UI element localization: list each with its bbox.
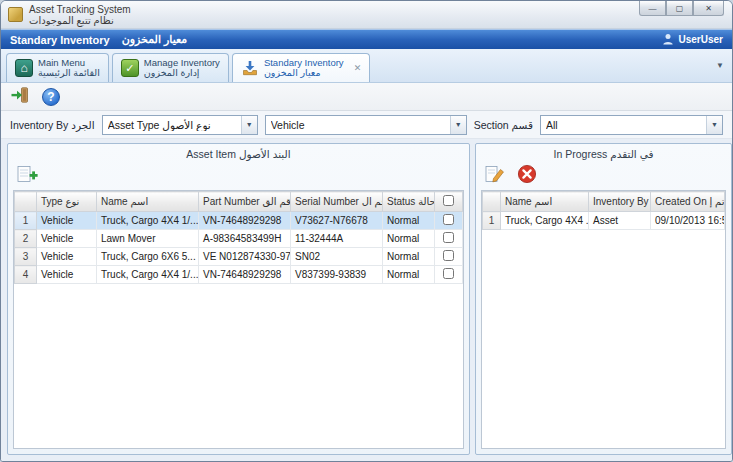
tab-manage-inventory[interactable]: ✓ Manage Inventory إدارة المخزون <box>112 53 229 82</box>
cell-status[interactable]: Normal <box>383 212 435 230</box>
tab-close-icon[interactable]: ✕ <box>354 63 362 74</box>
tab-standary-inventory-label-ar: معيار المخزون <box>264 68 344 79</box>
cell-checkbox[interactable] <box>435 266 463 284</box>
help-icon: ? <box>42 88 60 106</box>
cell-part-number[interactable]: VE N012874330-9722 <box>199 248 291 266</box>
cell-created-on[interactable]: 09/10/2013 16:55 <box>651 212 725 230</box>
col-part-number[interactable]: Part Number رقم الق... <box>199 192 291 212</box>
dropdown-arrow-icon[interactable]: ▼ <box>450 116 466 134</box>
asset-panel-title: Asset Item البند الأصول <box>13 146 464 162</box>
add-asset-button[interactable] <box>13 163 41 187</box>
select-all-checkbox[interactable] <box>443 195 454 206</box>
cell-name[interactable]: Truck, Cargo 6X6 5... <box>97 248 199 266</box>
row-checkbox[interactable] <box>443 232 454 243</box>
cell-part-number[interactable]: VN-74648929298 <box>199 266 291 284</box>
cell-checkbox[interactable] <box>435 248 463 266</box>
section-combo[interactable]: All ▼ <box>540 115 723 135</box>
window-title-en: Asset Tracking System <box>29 4 131 15</box>
row-number[interactable]: 1 <box>15 212 37 230</box>
app-icon <box>8 7 23 22</box>
inventory-by-label: Inventory By الجرد <box>10 119 95 131</box>
row-number[interactable]: 4 <box>15 266 37 284</box>
cell-type[interactable]: Vehicle <box>37 230 97 248</box>
filter-bar: Inventory By الجرد Asset Type نوع الأصول… <box>1 111 732 139</box>
exit-button[interactable] <box>8 85 32 109</box>
col-serial-number[interactable]: Serial Number رقم ال... <box>291 192 383 212</box>
rownum-header <box>483 192 501 212</box>
asset-table-row[interactable]: 4VehicleTruck, Cargo 4X4 1/...VN-7464892… <box>15 266 463 284</box>
row-number[interactable]: 3 <box>15 248 37 266</box>
cell-part-number[interactable]: VN-74648929298 <box>199 212 291 230</box>
close-button[interactable]: ✕ <box>693 1 724 16</box>
col-created-on[interactable]: Created On تم إ... <box>651 192 725 212</box>
cell-serial-number[interactable]: V837399-93839 <box>291 266 383 284</box>
asset-item-panel: Asset Item البند الأصول <box>7 143 470 455</box>
help-button[interactable]: ? <box>39 85 63 109</box>
content-area: Asset Item البند الأصول <box>1 139 732 461</box>
user-name: UserUser <box>679 34 723 45</box>
module-header: Standary Inventory معيار المخزون UserUse… <box>1 29 732 49</box>
asset-type-value: Vehicle <box>271 119 446 131</box>
cell-name[interactable]: Truck, Cargo 4X4 ... <box>501 212 589 230</box>
user-box[interactable]: UserUser <box>662 33 723 47</box>
cell-name[interactable]: Lawn Mover <box>97 230 199 248</box>
maximize-button[interactable]: ▢ <box>666 1 693 16</box>
edit-button[interactable] <box>481 163 509 187</box>
cell-name[interactable]: Truck, Cargo 4X4 1/... <box>97 266 199 284</box>
import-icon <box>241 59 259 77</box>
col-select-all[interactable] <box>435 192 463 212</box>
col-inventory-by[interactable]: Inventory By الجرد <box>589 192 651 212</box>
cell-status[interactable]: Normal <box>383 230 435 248</box>
tab-main-menu[interactable]: ⌂ Main Menu القائمة الرئيسية <box>6 53 109 82</box>
module-title-ar: معيار المخزون <box>122 33 188 46</box>
asset-type-combo[interactable]: Vehicle ▼ <box>265 115 467 135</box>
cell-inventory-by[interactable]: Asset <box>589 212 651 230</box>
minimize-button[interactable]: — <box>639 1 666 16</box>
cell-type[interactable]: Vehicle <box>37 212 97 230</box>
col-status[interactable]: Status حالة <box>383 192 435 212</box>
cell-serial-number[interactable]: SN02 <box>291 248 383 266</box>
tab-strip: ⌂ Main Menu القائمة الرئيسية ✓ Manage In… <box>1 49 732 83</box>
row-number[interactable]: 2 <box>15 230 37 248</box>
title-bar[interactable]: Asset Tracking System نظام تتبع الموجودا… <box>1 1 732 29</box>
cell-status[interactable]: Normal <box>383 248 435 266</box>
dropdown-arrow-icon[interactable]: ▼ <box>241 116 257 134</box>
dropdown-arrow-icon[interactable]: ▼ <box>706 116 722 134</box>
check-icon: ✓ <box>121 59 139 77</box>
delete-icon <box>517 164 537 187</box>
tab-overflow-chevron-icon[interactable]: ▼ <box>716 61 724 70</box>
asset-table-header: Type نوع Name اسم Part Number رقم الق...… <box>15 192 463 212</box>
cell-serial-number[interactable]: V73627-N76678 <box>291 212 383 230</box>
col-type[interactable]: Type نوع <box>37 192 97 212</box>
delete-button[interactable] <box>513 163 541 187</box>
asset-table-row[interactable]: 3VehicleTruck, Cargo 6X6 5...VE N0128743… <box>15 248 463 266</box>
cell-checkbox[interactable] <box>435 230 463 248</box>
cell-type[interactable]: Vehicle <box>37 266 97 284</box>
row-checkbox[interactable] <box>443 214 454 225</box>
cell-type[interactable]: Vehicle <box>37 248 97 266</box>
col-name[interactable]: Name اسم <box>97 192 199 212</box>
exit-icon <box>10 85 30 108</box>
asset-table-row[interactable]: 1VehicleTruck, Cargo 4X4 1/...VN-7464892… <box>15 212 463 230</box>
cell-status[interactable]: Normal <box>383 266 435 284</box>
row-checkbox[interactable] <box>443 250 454 261</box>
user-icon <box>662 33 674 47</box>
in-progress-panel: In Progress في التقدم <box>475 143 732 455</box>
section-value: All <box>546 119 702 131</box>
inventory-by-combo[interactable]: Asset Type نوع الأصول ▼ <box>102 115 258 135</box>
asset-table-row[interactable]: 2VehicleLawn MoverA-98364583499H11-32444… <box>15 230 463 248</box>
cell-name[interactable]: Truck, Cargo 4X4 1/... <box>97 212 199 230</box>
tab-manage-inventory-label-ar: إدارة المخزون <box>144 68 220 79</box>
window-title-ar: نظام تتبع الموجودات <box>29 15 131 26</box>
progress-table-row[interactable]: 1Truck, Cargo 4X4 ...Asset09/10/2013 16:… <box>483 212 725 230</box>
col-name[interactable]: Name اسم <box>501 192 589 212</box>
cell-checkbox[interactable] <box>435 212 463 230</box>
add-icon <box>16 164 38 187</box>
cell-serial-number[interactable]: 11-32444A <box>291 230 383 248</box>
window-controls: — ▢ ✕ <box>639 1 724 16</box>
asset-panel-toolbar <box>13 162 464 190</box>
row-checkbox[interactable] <box>443 268 454 279</box>
tab-standary-inventory[interactable]: Standary Inventory معيار المخزون ✕ <box>232 53 370 82</box>
cell-part-number[interactable]: A-98364583499H <box>199 230 291 248</box>
row-number[interactable]: 1 <box>483 212 501 230</box>
